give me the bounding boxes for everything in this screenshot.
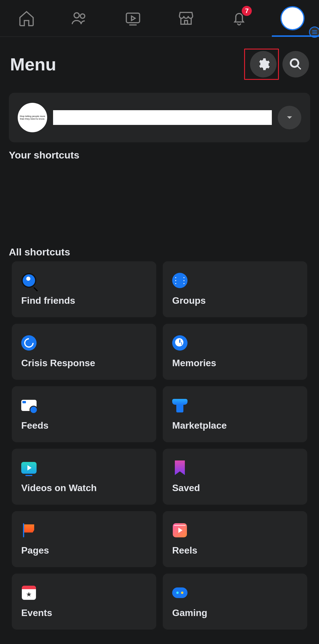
tile-groups[interactable]: ⋮⋮ Groups [163, 261, 307, 317]
svg-rect-2 [126, 13, 139, 23]
top-nav: 7 [0, 0, 319, 37]
profile-name [53, 110, 272, 125]
pages-icon [21, 523, 37, 538]
profile-expand-button[interactable] [278, 106, 301, 129]
tile-videos-watch[interactable]: Videos on Watch [12, 449, 156, 505]
search-button[interactable] [282, 51, 309, 77]
tile-memories[interactable]: Memories [163, 324, 307, 380]
memories-icon [172, 335, 188, 351]
profile-avatar: Stop telling people more than they need … [18, 103, 47, 132]
tab-home[interactable] [0, 0, 53, 37]
tile-crisis-response[interactable]: Crisis Response [12, 324, 156, 380]
svg-point-1 [80, 14, 85, 18]
tile-label: Marketplace [172, 420, 298, 431]
gaming-icon [172, 585, 188, 600]
watch-icon [124, 9, 142, 27]
avatar-icon [280, 6, 305, 30]
tab-menu[interactable] [266, 0, 319, 37]
crisis-icon [21, 335, 37, 351]
store-icon [177, 9, 195, 27]
tile-label: Reels [172, 545, 298, 556]
tile-events[interactable]: ★ Events [12, 574, 156, 630]
tile-gaming[interactable]: Gaming [163, 574, 307, 630]
feeds-icon [21, 398, 37, 413]
chevron-down-icon [285, 113, 295, 123]
active-tab-indicator [272, 35, 319, 37]
search-icon [289, 57, 303, 71]
tile-feeds[interactable]: Feeds [12, 386, 156, 442]
svg-point-0 [74, 13, 80, 18]
tile-label: Events [21, 607, 147, 618]
watch-video-icon [21, 460, 37, 475]
saved-icon [172, 460, 188, 475]
shortcuts-grid: Find friends ⋮⋮ Groups Crisis Response M… [0, 261, 319, 630]
tile-label: Pages [21, 545, 147, 556]
tile-marketplace[interactable]: Marketplace [163, 386, 307, 442]
settings-highlight [244, 49, 279, 80]
reels-icon [172, 523, 188, 538]
tile-label: Groups [172, 295, 298, 306]
your-shortcuts-heading: Your shortcuts [9, 149, 310, 161]
tile-label: Feeds [21, 420, 147, 431]
groups-icon: ⋮⋮ [172, 273, 188, 288]
marketplace-icon [172, 398, 188, 413]
tile-find-friends[interactable]: Find friends [12, 261, 156, 317]
friends-icon [71, 9, 88, 27]
gear-icon [256, 57, 270, 71]
tab-marketplace[interactable] [160, 0, 213, 37]
tile-label: Gaming [172, 607, 298, 618]
tile-label: Saved [172, 483, 298, 493]
page-title: Menu [10, 54, 244, 75]
tile-label: Find friends [21, 295, 147, 306]
notification-badge: 7 [242, 6, 252, 16]
profile-card[interactable]: Stop telling people more than they need … [9, 93, 310, 142]
settings-button[interactable] [250, 51, 277, 77]
tile-label: Memories [172, 358, 298, 369]
all-shortcuts-heading: All shortcuts [9, 246, 310, 258]
tab-watch[interactable] [106, 0, 160, 37]
tile-saved[interactable]: Saved [163, 449, 307, 505]
page-header: Menu [0, 37, 319, 86]
tile-label: Videos on Watch [21, 483, 147, 493]
your-shortcuts-area [0, 164, 319, 241]
find-friends-icon [21, 273, 37, 288]
tile-pages[interactable]: Pages [12, 511, 156, 567]
tab-notifications[interactable]: 7 [213, 0, 266, 37]
tile-reels[interactable]: Reels [163, 511, 307, 567]
events-icon: ★ [21, 585, 37, 600]
tab-friends[interactable] [53, 0, 106, 37]
home-icon [18, 9, 35, 27]
tile-label: Crisis Response [21, 358, 147, 369]
